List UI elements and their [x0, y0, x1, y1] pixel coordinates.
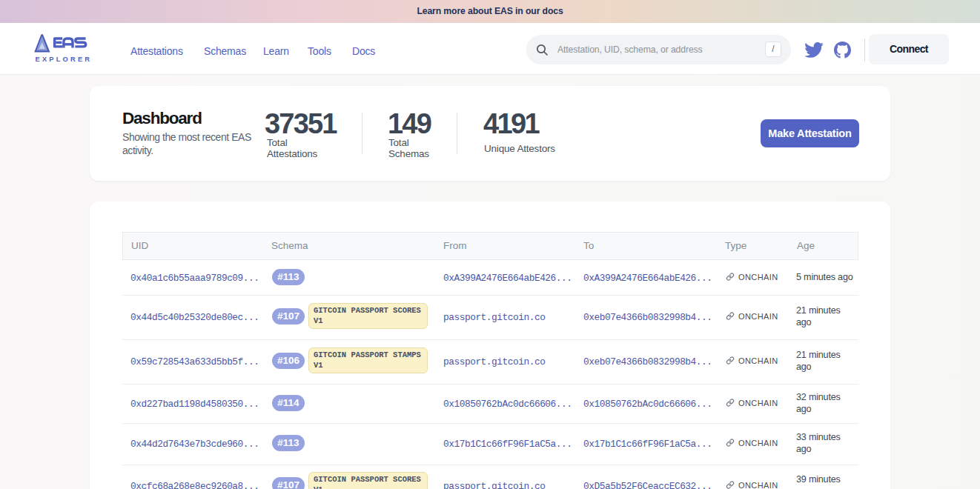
svg-text:EXPLORER: EXPLORER [36, 56, 93, 63]
